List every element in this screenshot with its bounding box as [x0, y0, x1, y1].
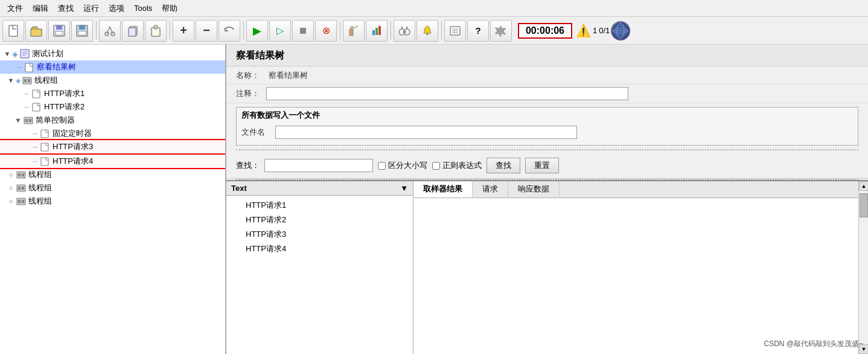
dropdown-arrow[interactable]: ▼	[400, 184, 408, 193]
search-input[interactable]	[264, 159, 373, 172]
report-button[interactable]	[366, 20, 388, 42]
list-item-2[interactable]: HTTP请求3	[226, 227, 413, 242]
reset-button[interactable]: 重置	[525, 158, 559, 173]
scroll-thumb[interactable]	[860, 193, 868, 217]
tree-item-view-result[interactable]: ─ 察看结果树	[0, 60, 225, 74]
test-plan-tree: ▼ ◈ 测试计划 ─ 察看结果树 ▼ ◈ 线程组 ─	[0, 45, 225, 210]
menu-file[interactable]: 文件	[2, 2, 28, 15]
new-button[interactable]	[2, 20, 24, 42]
open-button[interactable]	[25, 20, 47, 42]
separator-4	[338, 20, 342, 42]
find-button[interactable]: 查找	[487, 158, 520, 173]
tree-item-timer[interactable]: ─ 固定定时器	[0, 127, 225, 140]
remove-node-button[interactable]: −	[196, 20, 217, 42]
svg-rect-15	[154, 25, 158, 29]
undo-button[interactable]	[219, 20, 240, 42]
svg-rect-7	[78, 31, 86, 35]
menu-find[interactable]: 查找	[53, 2, 78, 15]
svg-rect-17	[351, 27, 353, 30]
list-item-0[interactable]: HTTP请求1	[226, 198, 413, 213]
svg-rect-57	[18, 187, 21, 190]
settings-button[interactable]	[490, 20, 512, 42]
tree-label-tg2: 线程组	[28, 169, 52, 180]
stop-all-button[interactable]: ⏹	[292, 20, 314, 42]
plan-icon	[19, 48, 30, 59]
menu-options[interactable]: 选项	[104, 2, 129, 15]
tree-item-simple-ctrl[interactable]: ▼ 简单控制器	[0, 114, 225, 127]
menu-run[interactable]: 运行	[78, 2, 104, 15]
tree-item-test-plan[interactable]: ▼ ◈ 测试计划	[0, 47, 225, 60]
warning-badge: ⚠️ 1 0/1	[576, 24, 610, 38]
text-list-title: Text	[231, 184, 247, 193]
case-sensitive-checkbox[interactable]	[378, 162, 386, 170]
save-button[interactable]	[71, 20, 93, 42]
paste-button[interactable]	[145, 20, 167, 42]
tree-label-tg3: 线程组	[28, 182, 52, 193]
tree-label-vrt: 察看结果树	[37, 62, 76, 72]
thread-group-icon	[22, 75, 33, 86]
run-from-button[interactable]: ▷	[269, 20, 291, 42]
clear-button[interactable]	[343, 20, 365, 42]
list-button[interactable]	[444, 20, 466, 42]
tree-item-http3[interactable]: ─ HTTP请求3	[0, 140, 225, 153]
run-button[interactable]: ▶	[246, 20, 268, 42]
copy-button[interactable]	[122, 20, 144, 42]
list-item-3[interactable]: HTTP请求4	[226, 242, 413, 256]
tab-request[interactable]: 请求	[473, 181, 508, 198]
svg-rect-20	[375, 28, 378, 35]
separator-dotted-1	[236, 149, 858, 150]
save-template-button[interactable]	[48, 20, 70, 42]
expand-tg2: ○	[6, 171, 16, 178]
left-panel: ▼ ◈ 测试计划 ─ 察看结果树 ▼ ◈ 线程组 ─	[0, 45, 226, 354]
cut-button[interactable]	[99, 20, 121, 42]
tree-item-thread-group-3[interactable]: ○ 线程组	[0, 181, 225, 195]
name-label: 名称：	[236, 70, 266, 81]
filename-input[interactable]	[275, 126, 577, 139]
svg-rect-41	[25, 63, 33, 72]
tree-item-http1[interactable]: ─ HTTP请求1	[0, 87, 225, 100]
connector-h4: ─	[30, 158, 40, 165]
menu-tools[interactable]: Tools	[129, 2, 157, 14]
tab-sampler-result[interactable]: 取样器结果	[413, 181, 473, 198]
toolbar: + − ▶ ▷ ⏹ ⊗ ? 00:00:06 ⚠️ 1 0/1	[0, 17, 868, 45]
binoculars-button[interactable]	[394, 20, 415, 42]
svg-rect-43	[24, 79, 27, 82]
tree-label-test-plan: 测试计划	[32, 48, 63, 59]
menu-edit[interactable]: 编辑	[28, 2, 53, 15]
bottom-panel: Text ▼ HTTP请求1 HTTP请求2 HTTP请求3 HTTP请求4 取…	[226, 181, 868, 354]
separator-3	[241, 20, 245, 42]
regex-checkbox[interactable]	[432, 162, 440, 170]
expand-tg3: ○	[6, 184, 16, 191]
svg-rect-48	[25, 119, 28, 122]
tree-item-thread-group-1[interactable]: ▼ ◈ 线程组	[0, 74, 225, 87]
stop-button[interactable]: ⊗	[315, 20, 337, 42]
separator-6	[439, 20, 443, 42]
help-button[interactable]: ?	[467, 20, 489, 42]
scroll-up-button[interactable]: ▲	[859, 181, 868, 191]
expand-tg1: ▼	[6, 77, 16, 84]
tree-item-thread-group-2[interactable]: ○ 线程组	[0, 168, 225, 181]
tree-item-http4[interactable]: ─ HTTP请求4	[0, 155, 225, 168]
svg-line-18	[353, 26, 358, 28]
tree-label-tg1: 线程组	[34, 75, 58, 86]
menu-help[interactable]: 帮助	[157, 2, 182, 15]
bell-button[interactable]	[416, 20, 438, 42]
comment-input[interactable]	[266, 87, 628, 100]
list-item-1[interactable]: HTTP请求2	[226, 213, 413, 227]
svg-rect-24	[403, 31, 406, 33]
tree-label-http4: HTTP请求4	[53, 156, 93, 167]
group-title: 所有数据写入一个文件	[241, 110, 853, 121]
tree-label-timer: 固定定时器	[53, 128, 92, 139]
svg-rect-1	[31, 29, 42, 36]
data-tabs: 取样器结果 请求 响应数据	[413, 181, 858, 198]
tree-item-thread-group-4[interactable]: ○ 线程组	[0, 195, 225, 208]
svg-rect-49	[29, 119, 31, 122]
scroll-track[interactable]	[859, 191, 868, 344]
timer-display: 00:00:06	[518, 23, 572, 39]
connector-1: ◈	[12, 50, 18, 59]
expand-tg4: ○	[6, 198, 16, 205]
add-node-button[interactable]: +	[173, 20, 194, 42]
tree-item-http2[interactable]: ─ HTTP请求2	[0, 100, 225, 114]
right-scrollbar[interactable]: ▲ ▼	[858, 181, 868, 354]
tab-response-data[interactable]: 响应数据	[508, 181, 560, 198]
